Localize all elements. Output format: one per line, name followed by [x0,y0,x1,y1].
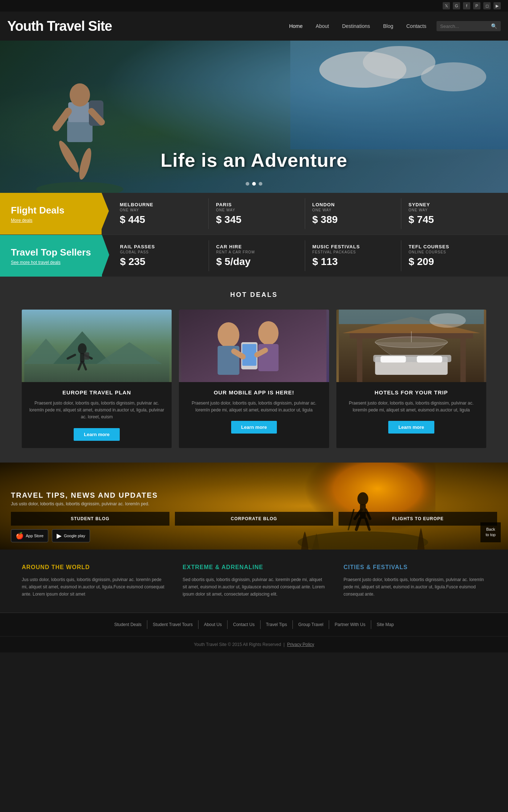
seller-name: MUSIC FESTIVALS [312,244,394,249]
google-plus-icon[interactable]: G [453,2,460,9]
app-store-badge[interactable]: 🍎 App Store [11,529,48,542]
hot-deal-europe-content: EUROPE TRAVEL PLAN Praesent justo dolor,… [22,382,172,448]
seller-price: $ 5/day [216,256,298,268]
footer-nav-group-travel[interactable]: Group Travel [293,620,329,629]
travel-sellers-section: Travel Top Sellers See more hot travel d… [0,235,508,277]
hot-deals-section: HOT DEALS [0,277,508,463]
instagram-icon[interactable]: ◻ [483,2,491,9]
svg-rect-35 [357,331,362,382]
hero-dot-3[interactable] [259,182,262,186]
site-logo[interactable]: Youth Travel Site [7,18,283,34]
hot-deals-title: HOT DEALS [22,291,486,299]
nav-destinations[interactable]: Destinations [336,20,377,33]
seller-price: $ 235 [120,256,201,268]
flight-deals-title: Flight Deals [11,205,91,216]
hot-deal-europe-desc: Praesent justo dolor, lobortis quis, lob… [29,400,164,421]
hero-section: Life is an Adventure [0,41,508,193]
learn-more-mobile-button[interactable]: Learn more [231,421,277,434]
deal-price: $ 445 [120,214,201,225]
deal-type: ONE WAY [216,208,297,212]
nav-home[interactable]: Home [283,20,309,33]
svg-point-27 [258,321,279,345]
pinterest-icon[interactable]: P [473,2,480,9]
search-bar[interactable]: 🔍 [437,21,501,31]
main-nav: Home About Destinations Blog Contacts 🔍 [283,20,501,33]
hot-deal-hotels-content: HOTELS FOR YOUR TRIP Praesent justo dolo… [336,382,486,441]
deal-sydney: SYDNEY ONE WAY $ 745 [401,198,497,229]
sellers-items: RAIL PASSES GLOBAL PASS $ 235 CAR HIRE R… [102,235,508,277]
bottom-content: AROUND THE WORLD Jus usto dolor, loborti… [0,550,508,613]
nav-blog[interactable]: Blog [377,20,400,33]
footer-nav-sitemap[interactable]: Site Map [371,620,399,629]
seller-sub: RENT A CAR FROM [216,250,298,254]
hot-deal-hotels-image [336,310,486,382]
twitter-icon[interactable]: 𝕏 [443,2,450,9]
learn-more-hotels-button[interactable]: Learn more [388,421,434,434]
tab-corporate-blog[interactable]: CORPORATE BLOG [175,512,333,526]
footer-nav-contact[interactable]: Contact Us [228,620,260,629]
seller-rail: RAIL PASSES GLOBAL PASS $ 235 [113,240,209,271]
tab-student-blog[interactable]: STUDENT BLOG [11,512,169,526]
app-badges: 🍎 App Store ▶ Google play [11,529,497,542]
nav-about[interactable]: About [309,20,336,33]
flight-deals-items: MELBOURNE ONE WAY $ 445 PARIS ONE WAY $ … [102,193,508,235]
privacy-policy-link[interactable]: Privacy Policy [287,642,314,647]
cities-col: CITIES & FESTIVALS Praesent justo dolor,… [344,564,486,598]
footer-nav-travel-tips[interactable]: Travel Tips [261,620,293,629]
deal-price: $ 389 [312,214,394,225]
cities-text: Praesent justo dolor, lobortis quis, lob… [344,576,486,598]
footer-nav-student-deals[interactable]: Student Deals [109,620,147,629]
sellers-label: Travel Top Sellers See more hot travel d… [0,235,102,277]
deal-price: $ 745 [409,214,490,225]
footer-nav-about[interactable]: About Us [198,620,228,629]
search-icon[interactable]: 🔍 [491,23,497,29]
deal-london: LONDON ONE WAY $ 389 [305,198,401,229]
travel-tips-subtitle: Jus usto dolor, lobortis quis, lobortis … [11,501,497,506]
footer-nav-student-tours[interactable]: Student Travel Tours [147,620,198,629]
hot-deal-mobile: OUR MOBILE APP IS HERE! Praesent justo d… [179,310,329,448]
hero-title: Life is an Adventure [0,149,508,171]
search-input[interactable] [440,24,491,29]
seller-sub: GLOBAL PASS [120,250,201,254]
android-icon: ▶ [57,532,62,540]
nav-contacts[interactable]: Contacts [400,20,433,33]
youtube-icon[interactable]: ▶ [493,2,501,9]
sellers-title: Travel Top Sellers [11,247,91,258]
hero-dot-2[interactable] [252,182,256,186]
hero-dot-1[interactable] [246,182,249,186]
deal-city: LONDON [312,202,394,207]
deal-type: ONE WAY [120,208,201,212]
hot-deal-hotels: HOTELS FOR YOUR TRIP Praesent justo dolo… [336,310,486,448]
back-to-top-button[interactable]: Backto top [480,522,501,542]
tab-flights-europe[interactable]: FLIGHTS TO EUROPE [339,512,497,526]
svg-rect-43 [417,356,442,362]
seller-name: TEFL COURSES [409,244,490,249]
hero-dots [0,182,508,186]
seller-music: MUSIC FESTIVALS FESTIVAL PACKAGES $ 113 [305,240,401,271]
extreme-title: EXTREME & ADRENALINE [183,564,325,571]
travel-tips-title: TRAVEL TIPS, NEWS AND UPDATES [11,491,497,500]
facebook-icon[interactable]: f [463,2,470,9]
sellers-more-link[interactable]: See more hot travel deals [11,260,91,265]
hot-deal-hotels-title: HOTELS FOR YOUR TRIP [344,389,479,395]
back-to-top-label: Backto top [486,527,496,537]
deal-city: SYDNEY [409,202,490,207]
flight-deals-more-link[interactable]: More deals [11,218,91,223]
cities-title: CITIES & FESTIVALS [344,564,486,571]
google-play-badge[interactable]: ▶ Google play [52,529,90,542]
deal-price: $ 345 [216,214,297,225]
seller-price: $ 113 [312,256,394,268]
deal-city: MELBOURNE [120,202,201,207]
flight-deals-label: Flight Deals More deals [0,193,102,235]
hot-deals-grid: EUROPE TRAVEL PLAN Praesent justo dolor,… [22,310,486,448]
seller-tefl: TEFL COURSES ONLINE COURSES $ 209 [401,240,497,271]
extreme-col: EXTREME & ADRENALINE Sed obortis quis, l… [183,564,325,598]
hot-deal-mobile-title: OUR MOBILE APP IS HERE! [186,389,321,395]
app-store-label: App Store [26,534,44,538]
seller-price: $ 209 [409,256,490,268]
learn-more-europe-button[interactable]: Learn more [74,428,120,441]
footer-nav-partner[interactable]: Partner With Us [329,620,371,629]
seller-sub: FESTIVAL PACKAGES [312,250,394,254]
hot-deal-europe-title: EUROPE TRAVEL PLAN [29,389,164,395]
hot-deal-europe-image [22,310,172,382]
